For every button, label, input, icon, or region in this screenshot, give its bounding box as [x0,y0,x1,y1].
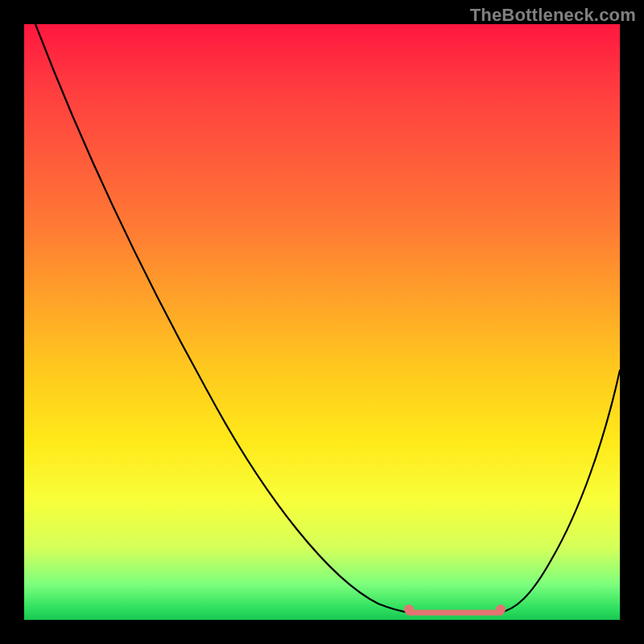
optimal-range-start-dot [404,605,414,614]
chart-plot-area [24,24,620,620]
bottleneck-curve-right [499,370,620,613]
chart-stage: TheBottleneck.com [0,0,644,644]
watermark-text: TheBottleneck.com [470,5,636,26]
chart-svg [24,24,620,620]
bottleneck-curve-left [35,24,411,613]
optimal-range-end-dot [496,605,506,614]
